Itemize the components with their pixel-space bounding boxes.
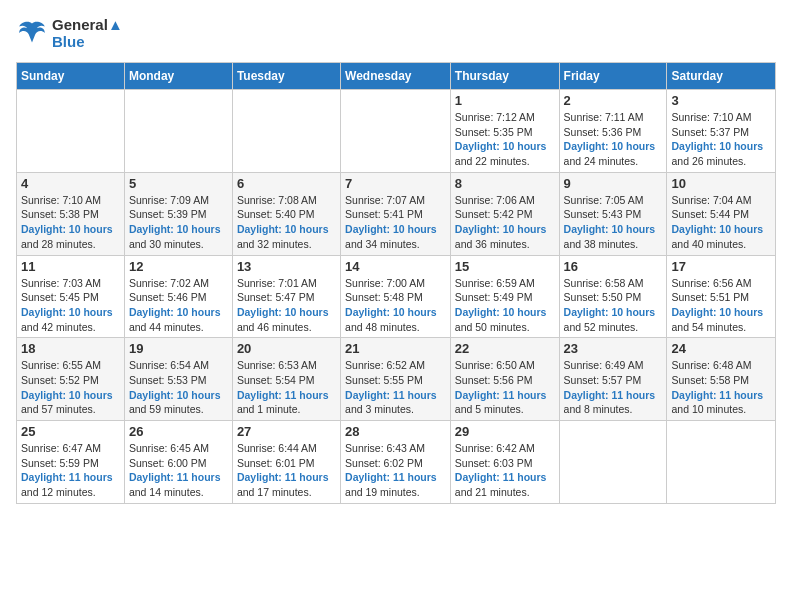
- day-info: Sunrise: 6:49 AMSunset: 5:57 PMDaylight:…: [564, 358, 663, 417]
- day-number: 28: [345, 424, 446, 439]
- day-info: Sunrise: 6:56 AMSunset: 5:51 PMDaylight:…: [671, 276, 771, 335]
- day-info: Sunrise: 7:08 AMSunset: 5:40 PMDaylight:…: [237, 193, 336, 252]
- day-info: Sunrise: 7:12 AMSunset: 5:35 PMDaylight:…: [455, 110, 555, 169]
- day-info: Sunrise: 6:55 AMSunset: 5:52 PMDaylight:…: [21, 358, 120, 417]
- calendar-cell: [559, 421, 667, 504]
- day-info: Sunrise: 7:04 AMSunset: 5:44 PMDaylight:…: [671, 193, 771, 252]
- calendar-cell: 15Sunrise: 6:59 AMSunset: 5:49 PMDayligh…: [450, 255, 559, 338]
- day-info: Sunrise: 6:52 AMSunset: 5:55 PMDaylight:…: [345, 358, 446, 417]
- calendar-cell: 13Sunrise: 7:01 AMSunset: 5:47 PMDayligh…: [232, 255, 340, 338]
- calendar-cell: 4Sunrise: 7:10 AMSunset: 5:38 PMDaylight…: [17, 172, 125, 255]
- column-header-sunday: Sunday: [17, 63, 125, 90]
- day-number: 6: [237, 176, 336, 191]
- day-number: 11: [21, 259, 120, 274]
- calendar-cell: [232, 90, 340, 173]
- day-info: Sunrise: 7:07 AMSunset: 5:41 PMDaylight:…: [345, 193, 446, 252]
- calendar-cell: 11Sunrise: 7:03 AMSunset: 5:45 PMDayligh…: [17, 255, 125, 338]
- day-info: Sunrise: 6:54 AMSunset: 5:53 PMDaylight:…: [129, 358, 228, 417]
- day-info: Sunrise: 7:02 AMSunset: 5:46 PMDaylight:…: [129, 276, 228, 335]
- calendar-cell: 3Sunrise: 7:10 AMSunset: 5:37 PMDaylight…: [667, 90, 776, 173]
- calendar-cell: 5Sunrise: 7:09 AMSunset: 5:39 PMDaylight…: [124, 172, 232, 255]
- day-number: 16: [564, 259, 663, 274]
- day-info: Sunrise: 7:10 AMSunset: 5:37 PMDaylight:…: [671, 110, 771, 169]
- calendar-cell: [667, 421, 776, 504]
- calendar-cell: 10Sunrise: 7:04 AMSunset: 5:44 PMDayligh…: [667, 172, 776, 255]
- calendar-cell: 2Sunrise: 7:11 AMSunset: 5:36 PMDaylight…: [559, 90, 667, 173]
- day-info: Sunrise: 6:47 AMSunset: 5:59 PMDaylight:…: [21, 441, 120, 500]
- calendar-cell: 16Sunrise: 6:58 AMSunset: 5:50 PMDayligh…: [559, 255, 667, 338]
- day-number: 24: [671, 341, 771, 356]
- calendar-cell: 19Sunrise: 6:54 AMSunset: 5:53 PMDayligh…: [124, 338, 232, 421]
- calendar-header-row: SundayMondayTuesdayWednesdayThursdayFrid…: [17, 63, 776, 90]
- day-number: 26: [129, 424, 228, 439]
- day-info: Sunrise: 7:01 AMSunset: 5:47 PMDaylight:…: [237, 276, 336, 335]
- column-header-friday: Friday: [559, 63, 667, 90]
- calendar-cell: 8Sunrise: 7:06 AMSunset: 5:42 PMDaylight…: [450, 172, 559, 255]
- day-number: 15: [455, 259, 555, 274]
- calendar-cell: 25Sunrise: 6:47 AMSunset: 5:59 PMDayligh…: [17, 421, 125, 504]
- day-info: Sunrise: 7:03 AMSunset: 5:45 PMDaylight:…: [21, 276, 120, 335]
- logo: General▲ Blue: [16, 16, 123, 50]
- day-info: Sunrise: 6:43 AMSunset: 6:02 PMDaylight:…: [345, 441, 446, 500]
- calendar-cell: 26Sunrise: 6:45 AMSunset: 6:00 PMDayligh…: [124, 421, 232, 504]
- calendar-cell: 9Sunrise: 7:05 AMSunset: 5:43 PMDaylight…: [559, 172, 667, 255]
- day-info: Sunrise: 7:05 AMSunset: 5:43 PMDaylight:…: [564, 193, 663, 252]
- day-info: Sunrise: 6:58 AMSunset: 5:50 PMDaylight:…: [564, 276, 663, 335]
- day-number: 14: [345, 259, 446, 274]
- day-info: Sunrise: 6:48 AMSunset: 5:58 PMDaylight:…: [671, 358, 771, 417]
- day-number: 17: [671, 259, 771, 274]
- calendar-cell: 21Sunrise: 6:52 AMSunset: 5:55 PMDayligh…: [341, 338, 451, 421]
- day-number: 19: [129, 341, 228, 356]
- column-header-thursday: Thursday: [450, 63, 559, 90]
- day-number: 20: [237, 341, 336, 356]
- calendar-cell: 1Sunrise: 7:12 AMSunset: 5:35 PMDaylight…: [450, 90, 559, 173]
- day-number: 25: [21, 424, 120, 439]
- calendar-week-row: 4Sunrise: 7:10 AMSunset: 5:38 PMDaylight…: [17, 172, 776, 255]
- logo-bird-icon: [16, 17, 48, 49]
- day-info: Sunrise: 7:00 AMSunset: 5:48 PMDaylight:…: [345, 276, 446, 335]
- calendar-week-row: 11Sunrise: 7:03 AMSunset: 5:45 PMDayligh…: [17, 255, 776, 338]
- calendar-week-row: 1Sunrise: 7:12 AMSunset: 5:35 PMDaylight…: [17, 90, 776, 173]
- day-info: Sunrise: 6:44 AMSunset: 6:01 PMDaylight:…: [237, 441, 336, 500]
- calendar-cell: 27Sunrise: 6:44 AMSunset: 6:01 PMDayligh…: [232, 421, 340, 504]
- day-number: 21: [345, 341, 446, 356]
- day-info: Sunrise: 6:59 AMSunset: 5:49 PMDaylight:…: [455, 276, 555, 335]
- day-number: 2: [564, 93, 663, 108]
- day-number: 3: [671, 93, 771, 108]
- day-number: 12: [129, 259, 228, 274]
- column-header-wednesday: Wednesday: [341, 63, 451, 90]
- column-header-monday: Monday: [124, 63, 232, 90]
- day-info: Sunrise: 6:42 AMSunset: 6:03 PMDaylight:…: [455, 441, 555, 500]
- day-info: Sunrise: 7:06 AMSunset: 5:42 PMDaylight:…: [455, 193, 555, 252]
- day-number: 4: [21, 176, 120, 191]
- calendar-cell: 6Sunrise: 7:08 AMSunset: 5:40 PMDaylight…: [232, 172, 340, 255]
- calendar-cell: [17, 90, 125, 173]
- column-header-saturday: Saturday: [667, 63, 776, 90]
- day-info: Sunrise: 7:11 AMSunset: 5:36 PMDaylight:…: [564, 110, 663, 169]
- calendar-cell: 20Sunrise: 6:53 AMSunset: 5:54 PMDayligh…: [232, 338, 340, 421]
- day-number: 5: [129, 176, 228, 191]
- calendar-cell: [124, 90, 232, 173]
- calendar-cell: 18Sunrise: 6:55 AMSunset: 5:52 PMDayligh…: [17, 338, 125, 421]
- day-number: 22: [455, 341, 555, 356]
- day-info: Sunrise: 7:09 AMSunset: 5:39 PMDaylight:…: [129, 193, 228, 252]
- calendar-cell: 17Sunrise: 6:56 AMSunset: 5:51 PMDayligh…: [667, 255, 776, 338]
- column-header-tuesday: Tuesday: [232, 63, 340, 90]
- day-number: 27: [237, 424, 336, 439]
- day-number: 7: [345, 176, 446, 191]
- day-number: 29: [455, 424, 555, 439]
- calendar-cell: [341, 90, 451, 173]
- day-number: 18: [21, 341, 120, 356]
- header: General▲ Blue: [16, 16, 776, 50]
- day-info: Sunrise: 6:53 AMSunset: 5:54 PMDaylight:…: [237, 358, 336, 417]
- day-info: Sunrise: 7:10 AMSunset: 5:38 PMDaylight:…: [21, 193, 120, 252]
- calendar-cell: 14Sunrise: 7:00 AMSunset: 5:48 PMDayligh…: [341, 255, 451, 338]
- calendar-cell: 22Sunrise: 6:50 AMSunset: 5:56 PMDayligh…: [450, 338, 559, 421]
- calendar-cell: 7Sunrise: 7:07 AMSunset: 5:41 PMDaylight…: [341, 172, 451, 255]
- calendar-week-row: 25Sunrise: 6:47 AMSunset: 5:59 PMDayligh…: [17, 421, 776, 504]
- calendar-cell: 24Sunrise: 6:48 AMSunset: 5:58 PMDayligh…: [667, 338, 776, 421]
- calendar-cell: 29Sunrise: 6:42 AMSunset: 6:03 PMDayligh…: [450, 421, 559, 504]
- calendar-table: SundayMondayTuesdayWednesdayThursdayFrid…: [16, 62, 776, 504]
- day-number: 8: [455, 176, 555, 191]
- logo-text: General▲ Blue: [52, 16, 123, 50]
